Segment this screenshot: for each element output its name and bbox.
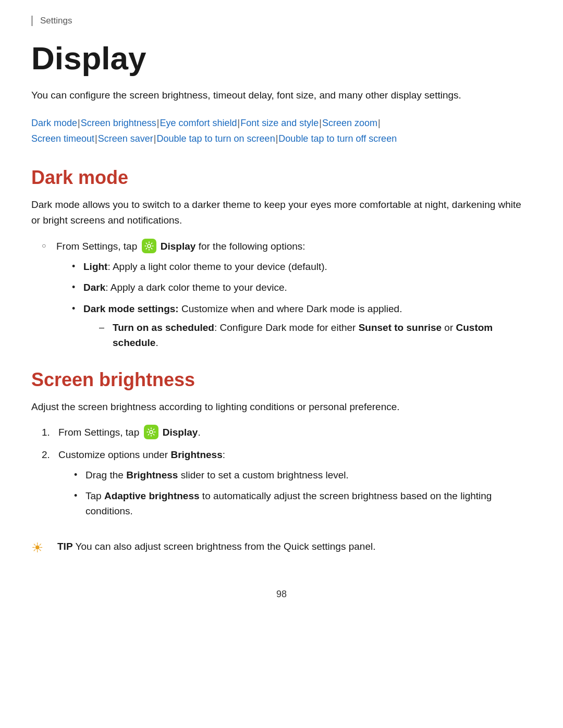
ordered-item-2: 2. Customize options under Brightness: •… [42,448,532,525]
dark-mode-circle-item: ○ From Settings, tap Display for the fol… [42,239,532,362]
nav-link-screen-timeout[interactable]: Screen timeout [31,133,94,144]
svg-point-0 [148,244,151,248]
bullet-adaptive-brightness-content: Tap Adaptive brightness to automatically… [85,489,532,519]
bullet-brightness-slider: • Drag the Brightness slider to set a cu… [74,468,532,483]
screen-brightness-title: Screen brightness [31,369,532,391]
dark-mode-circle-content: From Settings, tap Display for the follo… [56,239,532,362]
nav-link-screen-brightness[interactable]: Screen brightness [81,118,156,128]
bullet-dark-mode-settings: • Dark mode settings: Customize when and… [72,302,532,356]
display-bold-label-2: Display [163,427,198,438]
dark-mode-bullet-list: • Light: Apply a light color theme to yo… [72,260,532,356]
bullet-light: • Light: Apply a light color theme to yo… [72,260,532,275]
bullet-light-content: Light: Apply a light color theme to your… [83,260,532,275]
from-settings-text: From Settings, tap [56,241,140,252]
dark-mode-description: Dark mode allows you to switch to a dark… [31,197,532,229]
tip-box: ☀ TIP You can also adjust screen brightn… [31,539,532,557]
ordered-content-2: Customize options under Brightness: • Dr… [58,448,532,525]
nav-link-double-tap-on[interactable]: Double tap to turn on screen [157,133,275,144]
page-title: Display [31,41,532,76]
page-number: 98 [31,589,532,600]
from-settings-text-2: From Settings, tap [58,427,142,438]
brightness-bullet-list: • Drag the Brightness slider to set a cu… [74,468,532,519]
sub-bullet-schedule-content: Turn on as scheduled: Configure Dark mod… [113,320,532,350]
bullet-dark-content: Dark: Apply a dark color theme to your d… [83,280,532,295]
nav-link-font-size[interactable]: Font size and style [240,118,319,128]
screen-brightness-ordered-list: 1. From Settings, tap Display. 2. [42,425,532,525]
dark-mode-title: Dark mode [31,167,532,189]
nav-link-eye-comfort[interactable]: Eye comfort shield [160,118,237,128]
screen-brightness-section: Screen brightness Adjust the screen brig… [31,369,532,558]
ordered-item-1: 1. From Settings, tap Display. [42,425,532,440]
svg-point-1 [150,430,153,434]
sub-bullet-list: – Turn on as scheduled: Configure Dark m… [99,320,532,350]
circle-bullet: ○ [42,240,56,251]
bullet-adaptive-brightness: • Tap Adaptive brightness to automatical… [74,489,532,519]
tip-icon: ☀ [31,538,54,557]
for-following-text: for the following options: [199,241,305,252]
customize-text: Customize options under Brightness: [58,449,225,460]
ordered-num-2: 2. [42,448,58,463]
nav-links-container: Dark mode|Screen brightness|Eye comfort … [31,115,532,147]
bullet-dark: • Dark: Apply a dark color theme to your… [72,280,532,295]
page-container: Settings Display You can configure the s… [0,0,563,728]
ordered-num-1: 1. [42,425,58,440]
nav-link-double-tap-off[interactable]: Double tap to turn off screen [278,133,397,144]
dark-mode-section: Dark mode Dark mode allows you to switch… [31,167,532,362]
nav-link-dark-mode[interactable]: Dark mode [31,118,77,128]
ordered-content-1: From Settings, tap Display. [58,425,532,440]
display-bold-label-1: Display [161,241,196,252]
tip-text: TIP You can also adjust screen brightnes… [57,539,532,554]
breadcrumb: Settings [31,16,532,26]
nav-link-screen-saver[interactable]: Screen saver [98,133,153,144]
settings-icon-2 [144,425,158,439]
screen-brightness-description: Adjust the screen brightness according t… [31,399,532,415]
sub-bullet-schedule: – Turn on as scheduled: Configure Dark m… [99,320,532,350]
settings-icon [142,239,156,253]
nav-link-screen-zoom[interactable]: Screen zoom [322,118,377,128]
bullet-dark-mode-settings-content: Dark mode settings: Customize when and w… [83,302,532,356]
bullet-brightness-slider-content: Drag the Brightness slider to set a cust… [85,468,532,483]
period-1: . [198,427,200,438]
page-description: You can configure the screen brightness,… [31,88,532,103]
dark-mode-list: ○ From Settings, tap Display for the fol… [42,239,532,362]
